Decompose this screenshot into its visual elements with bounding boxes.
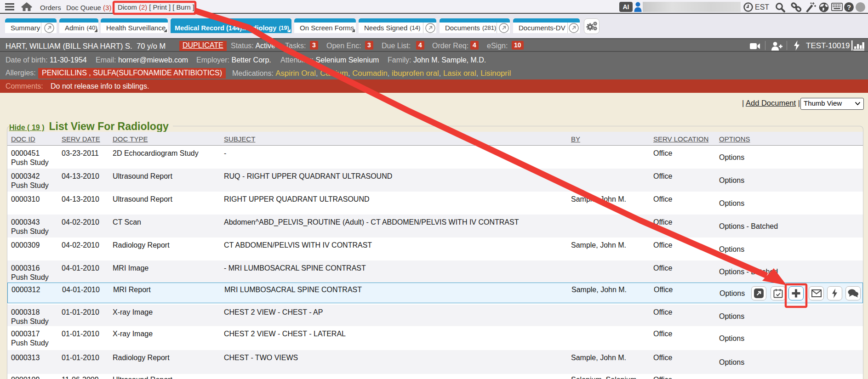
svg-text:?: ? xyxy=(847,3,851,11)
